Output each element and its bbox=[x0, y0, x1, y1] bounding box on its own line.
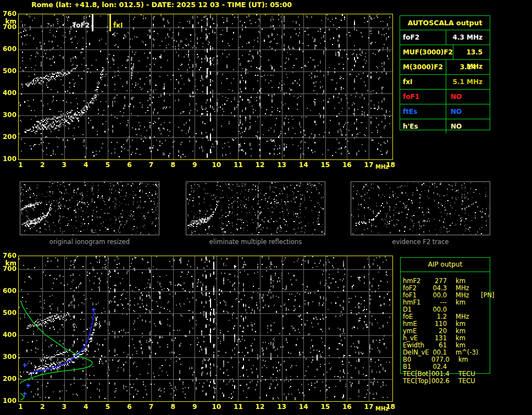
x-axis-tick-bottom: 3 bbox=[62, 403, 66, 410]
aip-row-unit: km bbox=[447, 299, 478, 306]
x-axis-tick-bottom: 4 bbox=[84, 403, 88, 410]
autoscala-row-value: NO bbox=[446, 104, 490, 119]
autoscala-row-label: foF2 bbox=[400, 30, 446, 45]
y-axis-tick-bottom: 760 bbox=[0, 252, 16, 259]
y-axis-unit-label-bottom: km bbox=[0, 259, 16, 267]
autoscala-row-foF2: foF24.3 MHz bbox=[400, 30, 490, 45]
x-axis-tick-bottom: 10 bbox=[212, 403, 221, 410]
autoscala-row-value: 3.14 bbox=[446, 60, 490, 74]
y-axis-tick-bottom: 400 bbox=[0, 331, 16, 339]
y-axis-tick-bottom: 600 bbox=[0, 287, 16, 295]
y-axis-tick-top: 760 bbox=[0, 10, 16, 18]
y-axis-tick-top: 500 bbox=[0, 67, 16, 75]
autoscala-row-M(3000)F2: M(3000)F23.14 bbox=[400, 59, 490, 74]
autoscala-screen: Rome (lat: +41.8, lon: 012.5) - DATE: 20… bbox=[0, 0, 532, 415]
bottom-ionogram bbox=[18, 256, 393, 402]
x-axis-tick-bottom: 12 bbox=[256, 403, 265, 410]
aip-table-title: AIP output bbox=[401, 258, 490, 272]
aip-row-value: 002.6 bbox=[431, 378, 450, 385]
x-axis-tick-top: 15 bbox=[320, 162, 330, 168]
x-axis-tick-top: 3 bbox=[62, 162, 66, 168]
page-title: Rome (lat: +41.8, lon: 012.5) - DATE: 20… bbox=[31, 1, 292, 9]
y-axis-tick-bottom: 300 bbox=[0, 353, 16, 361]
x-axis-tick-bottom: 6 bbox=[127, 403, 131, 410]
aip-row-label: TEC[Top] bbox=[401, 378, 431, 385]
x-axis-tick-bottom: 2 bbox=[40, 403, 45, 410]
autoscala-row-label: fxI bbox=[400, 75, 446, 89]
y-axis-tick-bottom: 500 bbox=[0, 309, 16, 317]
x-axis-tick-bottom: 16 bbox=[342, 403, 352, 410]
x-axis-tick-top: 11 bbox=[234, 162, 243, 168]
thumbnail-original-canvas bbox=[20, 182, 159, 235]
y-axis-tick-top: 200 bbox=[0, 133, 16, 141]
autoscala-row-ftEs: ftEsNO bbox=[400, 104, 490, 119]
thumbnail-eliminate-reflections bbox=[186, 181, 325, 235]
x-axis-tick-top: 17 bbox=[364, 162, 374, 168]
y-axis-tick-top: 100 bbox=[0, 155, 16, 163]
aip-row-unit: TECU bbox=[450, 378, 480, 385]
autoscala-row-label: MUF(3000)F2 bbox=[400, 45, 453, 59]
x-axis-tick-bottom: 9 bbox=[192, 403, 197, 410]
autoscala-row-value: 5.1 MHz bbox=[446, 75, 490, 89]
x-axis-tick-bottom: 15 bbox=[320, 403, 330, 410]
autoscala-row-value: 4.3 MHz bbox=[446, 30, 490, 45]
x-axis-tick-top: 7 bbox=[149, 162, 153, 168]
y-axis-unit-label-top: km bbox=[0, 18, 16, 25]
aip-row-TEC[Top]: TEC[Top]002.6TECU bbox=[401, 378, 490, 385]
thumbnail-evidence-canvas bbox=[351, 182, 490, 235]
fof2-marker-line bbox=[92, 14, 93, 31]
fof2-marker-label: foF2 bbox=[70, 21, 90, 29]
x-axis-tick-bottom: 1 bbox=[18, 403, 23, 410]
aip-row-unit: km bbox=[450, 356, 480, 363]
x-axis-tick-top: 16 bbox=[342, 162, 352, 168]
x-axis-tick-top: 2 bbox=[40, 162, 45, 168]
x-axis-tick-bottom: 17 bbox=[364, 403, 374, 410]
x-axis-tick-bottom: 11 bbox=[234, 403, 243, 410]
autoscala-row-label: ftEs bbox=[400, 104, 446, 119]
x-axis-tick-top: 13 bbox=[277, 162, 286, 168]
y-axis-tick-top: 300 bbox=[0, 111, 16, 119]
autoscala-row-value: 13.5 MHz bbox=[453, 45, 490, 59]
x-axis-tick-bottom: 7 bbox=[149, 403, 153, 410]
fxi-marker-label: fxI bbox=[113, 21, 123, 29]
y-axis-tick-bottom: 200 bbox=[0, 375, 16, 383]
x-axis-tick-top: 14 bbox=[299, 162, 308, 168]
aip-table-rows: hmF2277kmfoF204.3MHzfoF100.0MHz[PN]hmF1-… bbox=[401, 272, 490, 385]
x-axis-tick-top: 10 bbox=[212, 162, 221, 168]
thumbnail-caption-evidence: evidence F2 trace bbox=[351, 238, 490, 246]
autoscala-row-foF1: foF1NO bbox=[400, 89, 490, 104]
x-axis-tick-top: 12 bbox=[256, 162, 265, 168]
x-axis-tick-top: 8 bbox=[170, 162, 175, 168]
top-ionogram-canvas bbox=[19, 14, 392, 159]
x-axis-unit-label-top: MHz bbox=[375, 164, 389, 170]
thumbnail-caption-original: original ionogram resized bbox=[20, 238, 159, 246]
thumbnail-evidence-f2 bbox=[351, 181, 490, 235]
autoscala-row-label: h'Es bbox=[400, 119, 446, 134]
x-axis-tick-top: 6 bbox=[127, 162, 131, 168]
y-axis-tick-top: 400 bbox=[0, 89, 16, 97]
x-axis-tick-top: 5 bbox=[106, 162, 110, 168]
thumbnail-caption-eliminate: eliminate multiple reflections bbox=[186, 238, 325, 246]
autoscala-row-MUF(3000)F2: MUF(3000)F213.5 MHz bbox=[400, 45, 490, 59]
x-axis-tick-bottom: 8 bbox=[170, 403, 175, 410]
autoscala-row-value: NO bbox=[446, 90, 490, 104]
autoscala-output-table: AUTOSCALA output foF24.3 MHzMUF(3000)F21… bbox=[400, 15, 490, 130]
autoscala-table-rows: foF24.3 MHzMUF(3000)F213.5 MHzM(3000)F23… bbox=[400, 30, 490, 134]
aip-output-table: AIP output hmF2277kmfoF204.3MHzfoF100.0M… bbox=[400, 257, 490, 374]
top-ionogram: foF2 fxI bbox=[18, 14, 393, 160]
bottom-ionogram-canvas bbox=[19, 256, 392, 401]
x-axis-tick-top: 1 bbox=[18, 162, 23, 168]
autoscala-row-value: NO bbox=[446, 119, 490, 134]
aip-row-note: [PN] bbox=[478, 292, 495, 299]
x-axis-tick-bottom: 13 bbox=[277, 403, 286, 410]
x-axis-unit-label-bottom: MHz bbox=[375, 406, 389, 412]
y-axis-tick-bottom: 100 bbox=[0, 397, 16, 405]
x-axis-tick-bottom: 14 bbox=[299, 403, 308, 410]
thumbnail-eliminate-canvas bbox=[186, 182, 325, 235]
x-axis-tick-top: 4 bbox=[84, 162, 88, 168]
autoscala-row-fxI: fxI5.1 MHz bbox=[400, 74, 490, 89]
autoscala-row-h'Es: h'EsNO bbox=[400, 119, 490, 134]
thumbnail-original-ionogram bbox=[20, 181, 159, 235]
autoscala-row-label: foF1 bbox=[400, 90, 446, 104]
autoscala-row-label: M(3000)F2 bbox=[400, 60, 446, 74]
